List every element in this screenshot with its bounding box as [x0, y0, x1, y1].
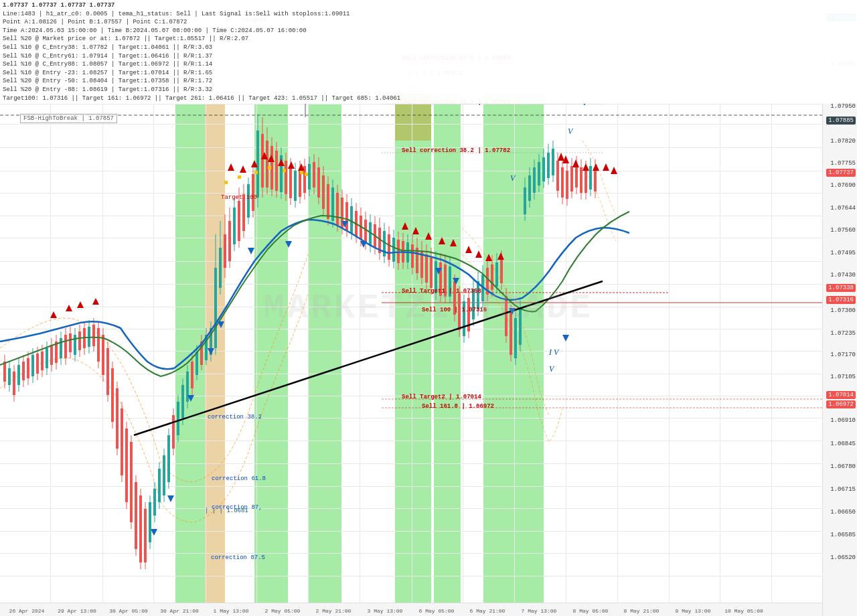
time-2: 29 Apr 13:00	[58, 608, 96, 614]
svg-rect-299	[283, 169, 286, 172]
target-100-label: Target 100	[221, 194, 257, 201]
info-line3: Time A:2024.05.03 15:00:00 | Time B:2024…	[3, 27, 854, 35]
price-10671: 1.06715	[830, 486, 856, 493]
svg-marker-270	[450, 239, 457, 246]
time-15: 10 May 05:00	[724, 608, 763, 614]
price-10691: 1.06910	[830, 417, 856, 424]
trend-line	[134, 281, 603, 435]
price-10737: 1.07338	[826, 285, 856, 291]
sell-target2: Sell Target2 | 1.07014	[402, 394, 481, 400]
roman-v-mid: V	[510, 173, 516, 183]
iii-label: | | | 1.0681	[205, 508, 248, 514]
sell-target1: Sell Target1 | 1.07358	[402, 288, 481, 295]
price-10769: 1.07690	[830, 182, 856, 189]
sell-100: Sell 100 | 1.07316	[422, 307, 487, 313]
svg-rect-298	[268, 166, 271, 169]
info-line10: Sell %20 @ Entry -88: 1.08619 | Target:1…	[3, 86, 854, 94]
svg-marker-258	[228, 163, 234, 171]
time-10: 6 May 21:00	[470, 608, 505, 614]
info-line5: Sell %10 @ C_Entry38: 1.07782 | Target:1…	[3, 44, 854, 52]
svg-marker-283	[167, 495, 174, 502]
svg-marker-272	[475, 250, 482, 258]
info-line4: Sell %20 @ Market price or at: 1.07872 |…	[3, 35, 854, 44]
price-10732: 1.07316	[826, 297, 856, 303]
svg-rect-295	[224, 181, 228, 184]
price-10697: 1.06972	[826, 401, 856, 408]
svg-marker-281	[611, 167, 617, 174]
svg-rect-296	[238, 175, 241, 179]
svg-marker-279	[593, 163, 599, 171]
price-10652: 1.06520	[830, 554, 856, 561]
price-10782: 1.07820	[830, 138, 856, 145]
time-6: 2 May 05:00	[265, 608, 301, 614]
price-10704: 1.07014	[826, 392, 856, 398]
svg-marker-268	[425, 232, 432, 240]
time-8: 3 May 13:00	[368, 608, 403, 614]
info-bar: 1.07737 1.07737 1.07737 1.07737 Line:148…	[0, 0, 857, 104]
info-line2: Point A:1.08126 | Point B:1.07557 | Poin…	[3, 18, 854, 27]
correction-61-8: correction 61.8	[212, 475, 266, 482]
ma-green	[0, 212, 629, 376]
price-10789: 1.07885	[826, 117, 856, 124]
price-10730: 1.07300	[830, 307, 856, 314]
price-10764: 1.07644	[830, 205, 856, 212]
roman-v-bot: V	[549, 364, 555, 374]
price-10750: 1.07495	[830, 250, 856, 256]
price-current: 1.07737	[826, 169, 856, 176]
info-line7: Sell %10 @ C_Entry88: 1.08057 | Target:1…	[3, 60, 854, 69]
svg-marker-259	[240, 165, 246, 173]
svg-rect-297	[254, 171, 258, 174]
svg-marker-271	[465, 246, 472, 253]
svg-marker-286	[218, 321, 224, 328]
fsb-label: FSB-HighToBreak | 1.07857	[20, 114, 117, 123]
ma-blue	[0, 220, 629, 369]
price-10678: 1.06780	[830, 463, 856, 470]
sell-correction-38-2: Sell correction 38.2 | 1.07782	[402, 147, 510, 154]
price-10658: 1.06585	[830, 532, 856, 538]
time-13: 8 May 21:00	[624, 608, 659, 614]
symbol-line: 1.07737 1.07737 1.07737 1.07737	[3, 1, 854, 10]
roman-iv: I V	[548, 348, 560, 357]
time-3: 30 Apr 05:00	[109, 608, 148, 614]
price-10743: 1.07430	[830, 272, 856, 279]
svg-marker-257	[92, 298, 99, 305]
time-11: 7 May 13:00	[522, 608, 557, 614]
info-line11: Target100: 1.07316 || Target 161: 1.0697…	[3, 94, 854, 103]
correction-38-2: correction 38.2	[208, 414, 262, 420]
svg-marker-263	[278, 159, 285, 166]
info-line9: Sell %20 @ Entry -50: 1.08404 | Target:1…	[3, 77, 854, 86]
svg-marker-275	[558, 153, 564, 161]
svg-rect-300	[300, 171, 303, 174]
price-10717: 1.07170	[830, 352, 856, 358]
svg-marker-278	[582, 163, 589, 171]
price-10756: 1.07560	[830, 227, 856, 234]
svg-marker-273	[485, 254, 492, 261]
price-10776: 1.07755	[830, 160, 856, 167]
price-10724: 1.07235	[830, 330, 856, 337]
sell-161-8: Sell 161.8 | 1.06972	[422, 403, 494, 410]
svg-marker-255	[66, 305, 72, 311]
svg-marker-266	[402, 222, 408, 230]
svg-marker-287	[248, 248, 254, 254]
time-axis: 26 Apr 2024 29 Apr 13:00 30 Apr 05:00 30…	[0, 603, 822, 616]
time-14: 9 May 13:00	[676, 608, 711, 614]
candles-early	[3, 114, 597, 569]
svg-rect-301	[305, 173, 308, 176]
svg-marker-274	[497, 252, 504, 260]
svg-marker-277	[572, 159, 579, 167]
time-4: 30 Apr 21:00	[160, 608, 199, 614]
svg-marker-269	[439, 237, 445, 244]
svg-marker-282	[151, 529, 157, 536]
svg-marker-262	[268, 155, 275, 162]
svg-marker-280	[603, 163, 609, 171]
svg-marker-288	[285, 241, 292, 248]
time-12: 8 May 05:00	[573, 608, 609, 614]
svg-marker-264	[288, 161, 295, 169]
time-1: 26 Apr 2024	[9, 608, 45, 614]
correction-87-5: correction 87.5	[211, 554, 265, 561]
svg-marker-294	[562, 335, 569, 341]
info-line1: Line:1483 | h1_atr_c0: 0.0005 | tema_h1_…	[3, 10, 854, 19]
buy-arrows	[151, 221, 569, 536]
price-10795: 1.07950	[830, 103, 856, 110]
svg-marker-285	[208, 348, 214, 355]
